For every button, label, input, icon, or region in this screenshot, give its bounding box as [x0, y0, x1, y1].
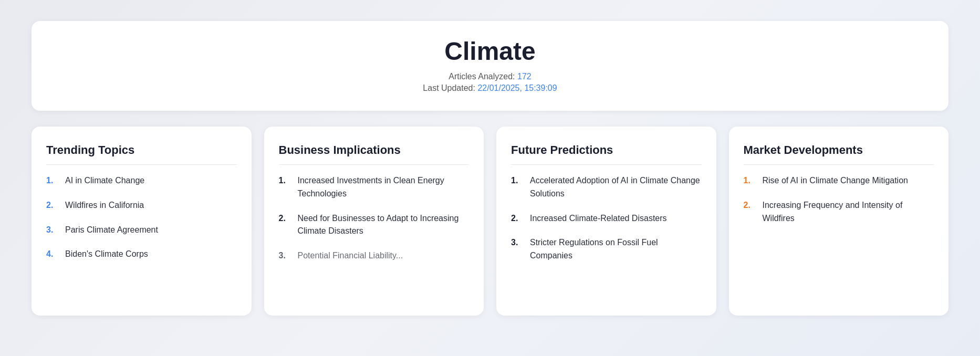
list-item: 2. Wildfires in California: [46, 199, 237, 212]
list-item: 1. Increased Investments in Clean Energy…: [279, 174, 470, 201]
updated-label: Last Updated:: [423, 83, 475, 92]
list-item: 4. Biden's Climate Corps: [46, 248, 237, 261]
item-text: Increased Climate-Related Disasters: [530, 212, 667, 225]
item-text: Potential Financial Liability...: [298, 249, 403, 263]
list-item: 3. Paris Climate Agreement: [46, 224, 237, 237]
future-title: Future Predictions: [511, 143, 702, 165]
item-number: 2.: [744, 199, 758, 212]
item-number: 2.: [46, 199, 61, 212]
header-section: Climate Articles Analyzed: 172 Last Upda…: [32, 21, 948, 111]
list-item: 2. Increased Climate-Related Disasters: [511, 212, 702, 225]
item-number: 1.: [46, 174, 61, 187]
card-market-developments: Market Developments 1. Rise of AI in Cli…: [729, 127, 949, 316]
card-trending-topics: Trending Topics 1. AI in Climate Change …: [32, 127, 252, 316]
list-item: 3. Stricter Regulations on Fossil Fuel C…: [511, 236, 702, 263]
list-item: 1. Accelerated Adoption of AI in Climate…: [511, 174, 702, 201]
item-number: 2.: [279, 212, 294, 225]
item-text: AI in Climate Change: [65, 174, 144, 187]
business-title: Business Implications: [279, 143, 470, 165]
page-wrapper: Climate Articles Analyzed: 172 Last Upda…: [0, 0, 980, 356]
item-text: Increased Investments in Clean Energy Te…: [298, 174, 470, 201]
item-number: 3.: [511, 236, 526, 249]
item-text: Increasing Frequency and Intensity of Wi…: [763, 199, 934, 225]
item-number: 1.: [279, 174, 294, 187]
item-text: Need for Businesses to Adapt to Increasi…: [298, 212, 470, 238]
card-business-implications: Business Implications 1. Increased Inves…: [264, 127, 484, 316]
item-text: Accelerated Adoption of AI in Climate Ch…: [530, 174, 702, 201]
item-number: 3.: [46, 224, 61, 236]
articles-meta: Articles Analyzed: 172: [53, 72, 927, 81]
trending-title: Trending Topics: [46, 143, 237, 165]
updated-meta: Last Updated: 22/01/2025, 15:39:09: [53, 83, 927, 93]
item-number: 3.: [279, 249, 294, 262]
market-title: Market Developments: [744, 143, 934, 165]
item-text: Rise of AI in Climate Change Mitigation: [763, 174, 908, 187]
item-text: Stricter Regulations on Fossil Fuel Comp…: [530, 236, 702, 263]
articles-count: 172: [517, 72, 531, 81]
item-text: Paris Climate Agreement: [65, 224, 158, 237]
item-number: 1.: [511, 174, 526, 187]
page-title: Climate: [53, 37, 927, 66]
updated-value: 22/01/2025, 15:39:09: [477, 83, 557, 92]
list-item: 3. Potential Financial Liability...: [279, 249, 470, 263]
list-item: 2. Increasing Frequency and Intensity of…: [744, 199, 934, 225]
list-item: 1. AI in Climate Change: [46, 174, 237, 187]
list-item: 2. Need for Businesses to Adapt to Incre…: [279, 212, 470, 238]
list-item: 1. Rise of AI in Climate Change Mitigati…: [744, 174, 934, 187]
item-number: 2.: [511, 212, 526, 225]
articles-label: Articles Analyzed:: [449, 72, 515, 81]
item-text: Wildfires in California: [65, 199, 144, 212]
card-future-predictions: Future Predictions 1. Accelerated Adopti…: [496, 127, 716, 316]
item-number: 1.: [744, 174, 758, 187]
item-number: 4.: [46, 248, 61, 260]
item-text: Biden's Climate Corps: [65, 248, 148, 261]
cards-row: Trending Topics 1. AI in Climate Change …: [32, 127, 948, 316]
